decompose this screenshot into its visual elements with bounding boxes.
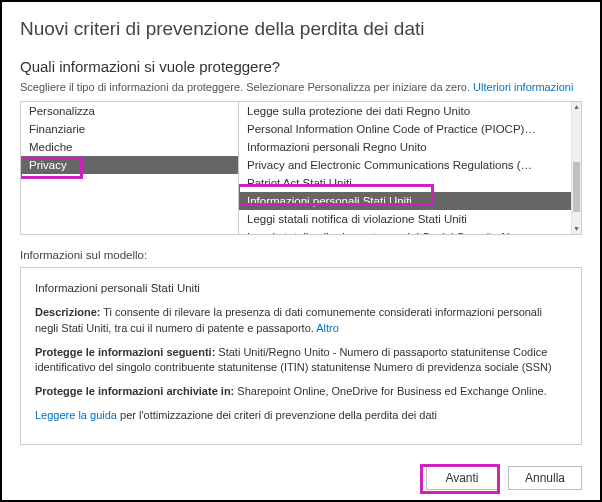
category-item[interactable]: Privacy bbox=[21, 156, 238, 174]
page-title: Nuovi criteri di prevenzione della perdi… bbox=[20, 18, 582, 40]
section-heading: Quali informazioni si vuole proteggere? bbox=[20, 58, 582, 75]
desc-text: Scegliere il tipo di informazioni da pro… bbox=[20, 81, 473, 93]
info-more-link[interactable]: Altro bbox=[316, 322, 339, 334]
info-heading: Informazioni personali Stati Uniti bbox=[35, 280, 567, 297]
template-info-box: Informazioni personali Stati Uniti Descr… bbox=[20, 267, 582, 445]
category-item[interactable]: Personalizza bbox=[21, 102, 238, 120]
info-archived: Protegge le informazioni archiviate in: … bbox=[35, 384, 567, 400]
info-archived-text: Sharepoint Online, OneDrive for Business… bbox=[234, 385, 546, 397]
category-list: PersonalizzaFinanziarieMedichePrivacy bbox=[21, 102, 239, 234]
cancel-button[interactable]: Annulla bbox=[508, 466, 582, 490]
template-list: Legge sulla protezione dei dati Regno Un… bbox=[239, 102, 571, 234]
template-item[interactable]: Personal Information Online Code of Prac… bbox=[239, 120, 571, 138]
scrollbar[interactable]: ▲ ▼ bbox=[571, 102, 581, 234]
next-button[interactable]: Avanti bbox=[426, 466, 498, 490]
template-item[interactable]: Leggi statali notifica di violazione Sta… bbox=[239, 210, 571, 228]
template-item[interactable]: Patriot Act Stati Uniti bbox=[239, 174, 571, 192]
info-label: Informazioni sul modello: bbox=[20, 249, 582, 261]
info-description: Descrizione: Ti consente di rilevare la … bbox=[35, 305, 567, 337]
scroll-down-icon[interactable]: ▼ bbox=[572, 224, 581, 234]
footer-buttons: Avanti Annulla bbox=[426, 466, 582, 490]
scroll-up-icon[interactable]: ▲ bbox=[572, 102, 581, 112]
category-item[interactable]: Finanziarie bbox=[21, 120, 238, 138]
info-desc-text: Ti consente di rilevare la presenza di d… bbox=[35, 306, 542, 334]
template-item[interactable]: Leggi statali sulla riservatezza del Soc… bbox=[239, 228, 571, 234]
info-protects-label: Protegge le informazioni seguenti: bbox=[35, 346, 215, 358]
info-protects: Protegge le informazioni seguenti: Stati… bbox=[35, 345, 567, 377]
info-desc-label: Descrizione: bbox=[35, 306, 100, 318]
template-picker: PersonalizzaFinanziarieMedichePrivacy Le… bbox=[20, 101, 582, 235]
template-item[interactable]: Informazioni personali Stati Uniti bbox=[239, 192, 571, 210]
info-guide: Leggere la guida per l'ottimizzazione de… bbox=[35, 408, 567, 424]
more-info-link[interactable]: Ulteriori informazioni bbox=[473, 81, 573, 93]
template-item[interactable]: Legge sulla protezione dei dati Regno Un… bbox=[239, 102, 571, 120]
template-item[interactable]: Privacy and Electronic Communications Re… bbox=[239, 156, 571, 174]
template-list-wrap: Legge sulla protezione dei dati Regno Un… bbox=[239, 102, 581, 234]
info-guide-text: per l'ottimizzazione dei criteri di prev… bbox=[117, 409, 437, 421]
template-item[interactable]: Informazioni personali Regno Unito bbox=[239, 138, 571, 156]
category-item[interactable]: Mediche bbox=[21, 138, 238, 156]
scroll-thumb[interactable] bbox=[573, 162, 580, 212]
info-archived-label: Protegge le informazioni archiviate in: bbox=[35, 385, 234, 397]
read-guide-link[interactable]: Leggere la guida bbox=[35, 409, 117, 421]
section-description: Scegliere il tipo di informazioni da pro… bbox=[20, 81, 582, 93]
